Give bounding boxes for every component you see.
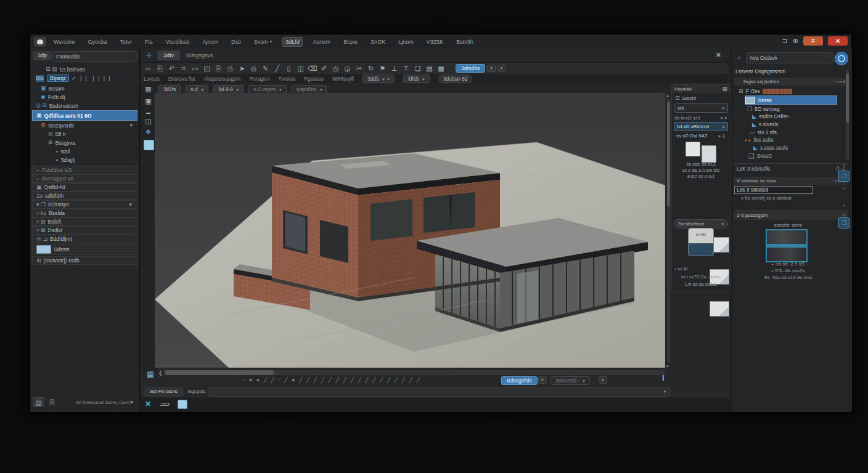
layer-item[interactable]: ⊟F I3ss bbox=[735, 87, 837, 95]
copy-page-icon[interactable]: ⎗ bbox=[154, 64, 166, 73]
layer-item[interactable]: ▭stv 2 sfs, bbox=[750, 129, 837, 136]
tree-item[interactable]: ◉Pdlb.dlj bbox=[32, 93, 137, 101]
navigator-tab[interactable]: 3dp bbox=[33, 51, 52, 60]
status-close-icon[interactable]: ✕ bbox=[145, 400, 151, 408]
panel-scroll-thumb[interactable] bbox=[846, 73, 849, 123]
grid-snap-icon[interactable]: ⌗ bbox=[178, 64, 189, 73]
scissors-icon[interactable]: ✂ bbox=[353, 64, 365, 73]
layer-item[interactable]: ▾ ●3ss ssbs bbox=[745, 136, 837, 144]
pane-handle-icon[interactable]: ❙ bbox=[661, 375, 666, 381]
navigator-search-input[interactable] bbox=[52, 51, 137, 62]
tree-item[interactable]: ●stall bbox=[32, 147, 137, 155]
sync-button[interactable] bbox=[835, 52, 848, 65]
column-tool-icon[interactable]: ▯ bbox=[283, 64, 295, 73]
tree-item[interactable]: ▣Bssam bbox=[32, 84, 137, 92]
print-icon[interactable]: ⎙ bbox=[224, 64, 236, 73]
move-icon[interactable]: ✛ bbox=[146, 52, 152, 59]
dock-icon[interactable]: ⊐ bbox=[782, 38, 788, 44]
tree-item[interactable]: ⌐Bvrssgqvz a8 bbox=[32, 174, 137, 183]
filter-dropdown[interactable]: sjsjtsfltts▾ bbox=[292, 85, 327, 94]
tree-item-swatch[interactable]: Sdssts bbox=[32, 244, 137, 255]
tree-item[interactable]: ⊞Bfl tr bbox=[32, 130, 137, 138]
menu-item[interactable]: Btqve bbox=[341, 38, 360, 46]
favorites-row-selected[interactable]: Ivt.sD sRshrrvl▸ bbox=[674, 122, 728, 131]
select-arrow-icon[interactable]: ➤ bbox=[236, 64, 248, 73]
vscroll-thumb[interactable] bbox=[667, 102, 670, 206]
section-header[interactable]: V sssssss ss ssss ▪ ▪ ▪ ▾ bbox=[734, 177, 848, 185]
tree-item[interactable]: ◎ ⊟Bsdsrvstrsm bbox=[32, 102, 137, 110]
window-tool-icon[interactable]: ◫ bbox=[295, 64, 306, 73]
wall-tool-icon[interactable]: ◰ bbox=[201, 64, 213, 73]
scale-dropdown[interactable]: s.d▾ bbox=[186, 85, 208, 94]
favorite-thumbnail[interactable] bbox=[702, 145, 716, 163]
grid-view-icon[interactable]: ▦ bbox=[142, 84, 154, 94]
pencil-icon[interactable]: ✐ bbox=[318, 64, 330, 73]
list-view-icon[interactable]: ▤ bbox=[33, 397, 44, 407]
tree-item[interactable]: ▿ ksBssfda bbox=[32, 209, 137, 217]
monitor-icon[interactable]: ▣ bbox=[142, 97, 154, 106]
scale-pill-button[interactable]: 3dsbsn 5d bbox=[438, 75, 472, 83]
close-view-icon[interactable]: ✕ bbox=[716, 52, 721, 59]
menu-item[interactable]: Tetvr bbox=[118, 38, 135, 46]
pen-icon[interactable]: ✎ bbox=[260, 64, 271, 73]
render-more-caret[interactable]: ▾ bbox=[497, 65, 506, 72]
undo-icon[interactable]: ↶ bbox=[166, 64, 178, 73]
slab-tool-icon[interactable]: ❏ bbox=[412, 64, 424, 73]
timeline-icons-row[interactable]: ◦ ● ● ╱ ╱ ◦ ╱ ● ╱ ╱ ╱ ╱ ╱ ╱ ╱ ╱ ╱ ╱ ╱ ╱ … bbox=[243, 377, 496, 383]
flag-icon[interactable]: ⚑ bbox=[377, 64, 388, 73]
tree-item[interactable]: ⚙ssszqvsrds▾ bbox=[32, 121, 137, 129]
layer-item[interactable]: ◣ssdbs Gsflsr-. bbox=[752, 113, 837, 120]
menu-item[interactable]: Wsrcske bbox=[51, 38, 78, 46]
menu-item[interactable]: Fla bbox=[142, 38, 155, 46]
favorite-thumbnail[interactable] bbox=[686, 142, 700, 156]
material-preview[interactable]: o.Fts! bbox=[688, 228, 714, 256]
save-icon[interactable]: ◫ bbox=[142, 116, 154, 126]
chevron-down-icon[interactable]: ⌄ bbox=[842, 203, 846, 208]
scroll-left-icon[interactable]: ❮ bbox=[158, 371, 163, 376]
menu-item[interactable]: Vtsrdilssb bbox=[163, 38, 192, 46]
tree-item[interactable]: 2asdfdfdth bbox=[32, 192, 137, 200]
marquee-icon[interactable]: ▭ bbox=[189, 64, 201, 73]
menu-item-with-caret[interactable]: Svsm▾ bbox=[252, 38, 274, 46]
hscroll-thumb[interactable] bbox=[165, 370, 274, 375]
line-tool-icon[interactable]: ╱ bbox=[271, 64, 283, 73]
rotate-left-icon[interactable]: ◷ bbox=[330, 64, 342, 73]
tree-item[interactable]: ▿ ⊞Btdsft bbox=[32, 217, 137, 226]
menu-item[interactable]: Bstv3h bbox=[454, 38, 476, 46]
menu-item[interactable]: Dsb bbox=[229, 38, 244, 46]
tree-item[interactable]: ◎ ⊐Bddfdfjmt bbox=[32, 235, 137, 243]
property-input[interactable]: Lss 3 sIssss3 bbox=[734, 186, 813, 194]
mesh-tool-icon[interactable]: ▦ bbox=[435, 64, 447, 73]
panel-scrollbar[interactable] bbox=[846, 70, 849, 160]
viewport-hscrollbar[interactable] bbox=[163, 370, 665, 375]
context-label[interactable]: Dssrsvs flst bbox=[168, 76, 195, 82]
menu-item[interactable]: Asrsrm bbox=[311, 38, 334, 46]
property-row[interactable]: v 5s ssvsflj ss s ssblssr bbox=[741, 195, 792, 201]
eraser-icon[interactable]: ⌫ bbox=[306, 64, 318, 73]
menu-item[interactable]: 3AOK bbox=[368, 38, 388, 46]
zoom-dropdown[interactable]: 9d.9.9▾ bbox=[213, 85, 244, 94]
mode-caret[interactable]: ▾ bbox=[599, 376, 607, 384]
section-header[interactable]: 3sgss ssj.jsd/dm − ▪ ▪ ▾ bbox=[734, 78, 848, 86]
section-controls-icons[interactable]: − ▪ ▪ ▾ bbox=[834, 79, 845, 84]
tree-item[interactable]: ●3dlsjjfj bbox=[32, 156, 137, 164]
context-label[interactable]: Alsqsrsrsqsgsm bbox=[203, 76, 240, 82]
surface-dropdown[interactable]: Ssrsflsdfssm▾ bbox=[674, 219, 728, 228]
render-button[interactable]: 3dmdbs bbox=[456, 64, 485, 73]
rotate-right-icon[interactable]: ◶ bbox=[342, 64, 353, 73]
render-preview[interactable] bbox=[766, 229, 808, 262]
layer-item[interactable]: ◣s.ssss ssels bbox=[753, 144, 837, 152]
favorites-header[interactable]: Hsvslsd▦ bbox=[672, 85, 730, 93]
tree-item[interactable]: ▾ ❐BOrsrqvt▾ bbox=[32, 200, 137, 209]
context-label[interactable]: WlHlsvyfl bbox=[332, 76, 354, 82]
menu-item[interactable]: Ajnom bbox=[200, 38, 221, 46]
renovation-dropdown[interactable]: s.O.mjsrs▾ bbox=[248, 85, 286, 94]
menu-item-active[interactable]: 3dLfd bbox=[282, 37, 303, 47]
favorites-row[interactable]: ss sD Dsl 5A3▸ ❙ bbox=[674, 132, 728, 140]
render-options-caret[interactable]: ▾ bbox=[487, 65, 496, 72]
layer-item[interactable]: ◣s slvssls bbox=[752, 121, 837, 128]
options-blue-button[interactable]: Bdssgsfsls bbox=[501, 376, 538, 385]
menu-item[interactable]: V3Z5K bbox=[424, 38, 446, 46]
context-label[interactable]: Psrsgsm bbox=[249, 76, 269, 82]
viewport-3d[interactable] bbox=[155, 93, 665, 368]
